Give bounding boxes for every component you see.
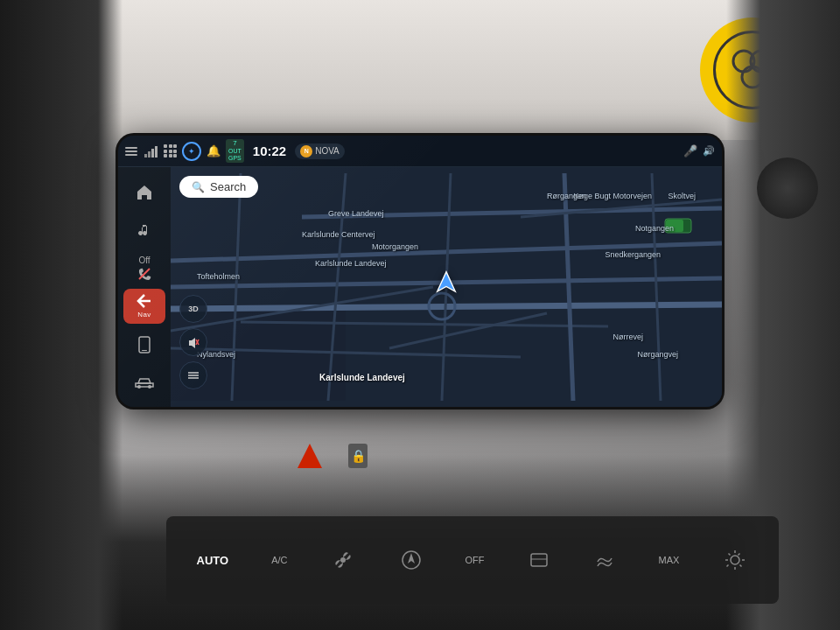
sidebar-item-car[interactable] bbox=[123, 365, 165, 400]
search-input-label: Search bbox=[210, 180, 246, 193]
car-column-left bbox=[0, 0, 122, 630]
search-icon: 🔍 bbox=[192, 181, 205, 193]
sidebar-item-phone-off[interactable]: Off bbox=[123, 250, 165, 285]
heat-cool-icon[interactable] bbox=[528, 549, 550, 571]
status-bar: ✦ 🔔 7 OUT GPS 10:22 N NOVA bbox=[118, 136, 722, 167]
road-label-karlslunde-center: Karlslunde Centervej bbox=[302, 230, 375, 239]
menu-lines-icon[interactable] bbox=[125, 147, 137, 156]
svg-marker-31 bbox=[438, 272, 456, 291]
defrost-icon[interactable] bbox=[593, 549, 616, 571]
svg-rect-9 bbox=[142, 350, 147, 351]
sidebar-item-home[interactable] bbox=[123, 174, 165, 209]
sidebar-item-phone[interactable] bbox=[123, 327, 165, 362]
svg-rect-6 bbox=[155, 146, 158, 158]
road-label-notgangen: Notgangen bbox=[635, 224, 674, 233]
speaker-grille bbox=[757, 158, 818, 219]
svg-rect-4 bbox=[148, 151, 150, 158]
ac-controls: AUTO A/C OFF MAX bbox=[166, 516, 779, 604]
out-label: OUT bbox=[228, 148, 242, 155]
map-3d-button[interactable]: 3D bbox=[179, 295, 207, 323]
volume-icon[interactable]: 🔊 bbox=[703, 145, 715, 157]
ac-label[interactable]: A/C bbox=[271, 555, 287, 565]
off-label: OFF bbox=[466, 555, 485, 565]
svg-rect-39 bbox=[531, 554, 547, 566]
user-profile-icon[interactable]: ✦ bbox=[182, 142, 201, 161]
time-display: 10:22 bbox=[253, 144, 286, 158]
sidebar-item-nav[interactable]: Nav bbox=[123, 289, 165, 324]
road-label-karlslunde-landevej: Karlslunde Landevej bbox=[315, 259, 387, 268]
navigation-arrow bbox=[434, 270, 458, 298]
notification-bell-icon[interactable]: 🔔 bbox=[206, 144, 220, 158]
screen-container: ✦ 🔔 7 OUT GPS 10:22 N NOVA bbox=[118, 136, 722, 407]
svg-point-11 bbox=[148, 385, 151, 388]
road-label-ror: Rørgangen bbox=[547, 192, 586, 200]
road-label-tofteholmen: Tofteholmen bbox=[197, 272, 240, 281]
infotainment-screen: ✦ 🔔 7 OUT GPS 10:22 N NOVA bbox=[118, 136, 722, 407]
fan-icon[interactable] bbox=[330, 547, 356, 573]
settings-icon[interactable] bbox=[722, 547, 748, 573]
off-btn[interactable]: OFF bbox=[466, 555, 485, 565]
bottom-buttons: 🔒 bbox=[298, 444, 368, 468]
microphone-icon[interactable]: 🎤 bbox=[683, 144, 697, 158]
lock-button[interactable]: 🔒 bbox=[348, 444, 368, 468]
road-label-norgangvej: Nørgangvej bbox=[637, 350, 678, 359]
svg-rect-3 bbox=[144, 154, 147, 158]
gps-label: GPS bbox=[228, 155, 242, 162]
svg-point-37 bbox=[340, 557, 346, 563]
svg-point-41 bbox=[731, 556, 739, 564]
road-label-motorgangen: Motorgangen bbox=[372, 242, 418, 251]
sidebar-item-music[interactable] bbox=[123, 213, 165, 248]
search-bar[interactable]: 🔍 Search bbox=[179, 176, 258, 198]
gps-badge: 7 OUT GPS bbox=[226, 139, 244, 162]
direction-icon[interactable] bbox=[400, 549, 423, 571]
map-mute-button[interactable] bbox=[179, 328, 207, 356]
hazard-button[interactable] bbox=[298, 444, 322, 468]
max-btn[interactable]: MAX bbox=[659, 555, 680, 565]
map-controls: 3D bbox=[179, 295, 207, 389]
scene: ✦ 🔔 7 OUT GPS 10:22 N NOVA bbox=[0, 0, 840, 630]
apps-grid-icon[interactable] bbox=[164, 144, 177, 158]
main-content: Off Nav bbox=[118, 167, 722, 407]
nova-dot: N bbox=[300, 145, 312, 158]
max-label: MAX bbox=[659, 555, 680, 565]
ac-section: A/C bbox=[271, 555, 287, 565]
road-label-snedker: Snedkergangen bbox=[605, 250, 661, 259]
3d-label: 3D bbox=[188, 304, 199, 313]
road-label-greve: Greve Landevej bbox=[328, 209, 384, 218]
out-value: 7 bbox=[233, 140, 236, 148]
nav-label: Nav bbox=[137, 311, 151, 318]
ac-auto: AUTO bbox=[197, 554, 229, 567]
phone-off-label: Off bbox=[138, 256, 150, 265]
svg-rect-5 bbox=[151, 149, 154, 158]
road-label-karlslunde-landvej-current: Karlslunde Landevej bbox=[319, 373, 405, 382]
ac-mode-value: AUTO bbox=[197, 554, 229, 567]
radio-station-label: NOVA bbox=[315, 146, 340, 156]
road-label-norrevej: Nørrevej bbox=[612, 332, 643, 341]
svg-point-10 bbox=[137, 385, 141, 388]
nav-sidebar: Off Nav bbox=[118, 167, 171, 407]
radio-badge: N NOVA bbox=[295, 144, 345, 159]
signal-icon bbox=[144, 145, 158, 158]
road-label-skolvej: Skoltvej bbox=[668, 192, 696, 200]
map-area: 🔍 Search Køge Bugt Motorvejen Greve Land… bbox=[171, 167, 722, 407]
map-layers-button[interactable] bbox=[179, 361, 207, 389]
